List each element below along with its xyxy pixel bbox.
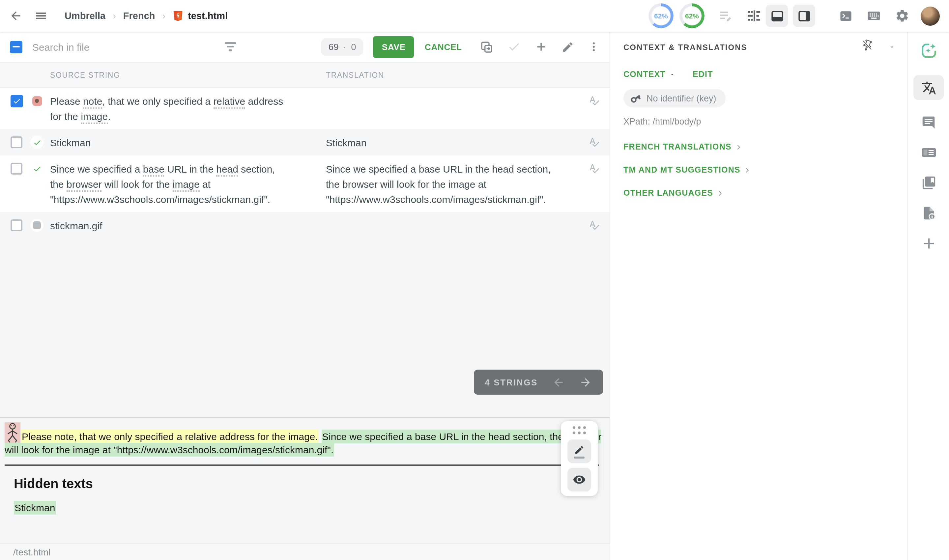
panel-collapse-chevron-icon[interactable]	[888, 43, 896, 51]
translation-column-header: TRANSLATION	[326, 71, 578, 79]
context-panel: CONTEXT & TRANSLATIONS CONTEXT ED	[610, 32, 907, 560]
terms-card-icon[interactable]	[921, 145, 936, 160]
status-translated-icon	[30, 162, 43, 175]
translate-panel-active[interactable]	[914, 75, 944, 100]
xpath-label: XPath: /html/body/p	[624, 117, 907, 126]
status-hidden-icon	[30, 219, 43, 232]
row-checkbox-checked[interactable]	[11, 95, 23, 108]
context-sections: FRENCH TRANSLATIONS TM AND MT SUGGESTION…	[624, 142, 907, 198]
filter-icon[interactable]	[225, 43, 236, 51]
stickman-image[interactable]	[5, 422, 20, 444]
approve-check-icon[interactable]	[507, 40, 521, 53]
context-dropdown[interactable]: CONTEXT	[624, 70, 675, 79]
next-page-arrow-icon[interactable]	[579, 376, 592, 388]
table-header: SOURCE STRING TRANSLATION	[0, 62, 610, 88]
row-checkbox[interactable]	[11, 136, 22, 148]
status-untranslated-icon	[30, 94, 43, 108]
breadcrumb-file[interactable]: 5 test.html	[173, 9, 228, 22]
add-panel-plus-icon[interactable]	[921, 236, 936, 251]
preview-edit-button[interactable]	[567, 440, 591, 463]
translate-icon	[921, 80, 936, 95]
table-row[interactable]: Stickman Stickman	[0, 129, 610, 155]
cancel-button[interactable]: CANCEL	[421, 41, 466, 52]
strings-toolbar: 69 · 0 SAVE CANCEL	[0, 32, 610, 62]
context-tabs: CONTEXT EDIT	[624, 70, 907, 79]
edit-list-icon[interactable]	[718, 9, 733, 23]
row-checkbox[interactable]	[11, 163, 22, 175]
breadcrumb: Umbrella › French › 5 test.html	[65, 9, 228, 22]
user-avatar[interactable]	[921, 6, 940, 25]
breadcrumb-project[interactable]: Umbrella	[65, 11, 105, 21]
chevron-right-icon	[735, 143, 742, 151]
spellcheck-icon[interactable]	[589, 218, 610, 231]
row-checkbox[interactable]	[11, 219, 22, 231]
glossary-bookmark-icon[interactable]	[921, 175, 936, 191]
save-button[interactable]: SAVE	[373, 36, 414, 58]
keyboard-icon[interactable]	[867, 9, 881, 23]
section-french-translations[interactable]: FRENCH TRANSLATIONS	[624, 142, 742, 152]
unpin-icon[interactable]	[861, 40, 873, 51]
back-button[interactable]	[9, 9, 22, 22]
source-text[interactable]: Stickman	[50, 135, 302, 150]
html-preview-pane: Please note, that we only specified a re…	[0, 417, 610, 543]
spellcheck-icon[interactable]	[589, 162, 610, 174]
hidden-text-item[interactable]: Stickman	[14, 502, 610, 514]
svg-text:5: 5	[177, 12, 180, 18]
structure-view-icon[interactable]	[747, 9, 761, 23]
table-row[interactable]: Please note, that we only specified a re…	[0, 88, 610, 129]
terminal-icon[interactable]	[839, 9, 853, 23]
file-path: /test.html	[13, 547, 51, 557]
progress-ring-translated[interactable]: 62%	[649, 3, 673, 28]
preview-floating-toolbar	[561, 421, 598, 496]
table-row[interactable]: Since we specified a base URL in the hea…	[0, 155, 610, 212]
progress-ring-approved[interactable]: 62%	[679, 3, 704, 28]
identifier-chip: No identifier (key)	[624, 89, 726, 108]
source-text[interactable]: Since we specified a base URL in the hea…	[50, 162, 302, 207]
settings-gear-icon[interactable]	[895, 9, 909, 23]
source-column-header: SOURCE STRING	[50, 71, 302, 79]
source-text[interactable]: stickman.gif	[50, 218, 302, 233]
more-options-kebab-icon[interactable]	[588, 41, 600, 53]
workspace: 69 · 0 SAVE CANCEL	[0, 32, 949, 560]
string-counts-badge: 69 · 0	[321, 38, 364, 56]
list-empty-area: 4 STRINGS	[0, 238, 610, 417]
source-text[interactable]: Please note, that we only specified a re…	[50, 94, 302, 124]
drag-handle-icon[interactable]	[572, 426, 587, 435]
identifier-label: No identifier (key)	[647, 93, 716, 103]
comments-icon[interactable]	[921, 115, 936, 130]
add-string-icon[interactable]	[535, 40, 548, 53]
preview-paragraph: Please note, that we only specified a re…	[5, 422, 610, 455]
chevron-right-icon: ›	[113, 11, 116, 21]
file-info-icon[interactable]	[921, 206, 936, 221]
right-icon-strip	[907, 32, 949, 560]
file-path-bar: /test.html	[0, 543, 610, 560]
chevron-right-icon	[744, 166, 751, 174]
menu-icon[interactable]	[34, 9, 48, 22]
select-all-checkbox[interactable]	[10, 40, 22, 53]
toggle-right-panel-button[interactable]	[793, 5, 815, 27]
strings-panel: 69 · 0 SAVE CANCEL	[0, 32, 610, 560]
chevron-right-icon	[716, 189, 724, 197]
search-input[interactable]	[31, 40, 185, 53]
preview-highlight-yellow[interactable]: Please note, that we only specified a re…	[21, 429, 319, 443]
copy-translation-icon[interactable]	[480, 40, 494, 54]
preview-divider	[5, 464, 599, 465]
breadcrumb-language[interactable]: French	[123, 11, 155, 21]
edit-pencil-icon[interactable]	[561, 40, 574, 53]
top-bar: Umbrella › French › 5 test.html 62% 62%	[0, 0, 949, 32]
html5-icon: 5	[173, 9, 183, 22]
translation-editor: Umbrella › French › 5 test.html 62% 62%	[0, 0, 949, 560]
section-tm-mt-suggestions[interactable]: TM AND MT SUGGESTIONS	[624, 165, 751, 175]
translation-text[interactable]: Since we specified a base URL in the hea…	[326, 162, 578, 207]
section-other-languages[interactable]: OTHER LANGUAGES	[624, 188, 724, 198]
prev-page-arrow-icon[interactable]	[552, 376, 565, 388]
chevron-down-icon	[669, 71, 675, 78]
preview-visibility-button[interactable]	[567, 468, 591, 491]
translation-text[interactable]: Stickman	[326, 135, 578, 150]
spellcheck-icon[interactable]	[589, 94, 610, 106]
table-row[interactable]: stickman.gif	[0, 212, 610, 238]
ai-suggestions-icon[interactable]	[920, 42, 937, 60]
edit-context-button[interactable]: EDIT	[693, 70, 713, 79]
toggle-bottom-panel-button[interactable]	[766, 5, 788, 27]
spellcheck-icon[interactable]	[589, 135, 610, 148]
